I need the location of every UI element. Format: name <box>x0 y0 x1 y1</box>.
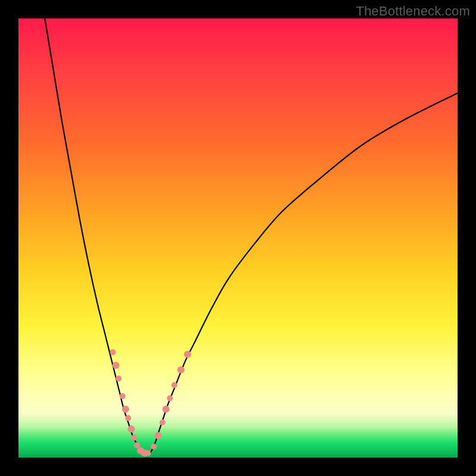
data-marker <box>145 450 151 456</box>
data-marker <box>155 432 162 439</box>
data-marker <box>162 406 170 413</box>
data-marker <box>120 393 126 399</box>
data-marker <box>115 375 121 381</box>
data-marker <box>167 395 173 401</box>
data-marker <box>128 425 135 433</box>
plot-area <box>18 18 458 458</box>
chart-frame: TheBottleneck.com <box>0 0 476 476</box>
curve-right-branch <box>150 93 458 453</box>
data-marker <box>184 351 191 358</box>
watermark-text: TheBottleneck.com <box>356 4 470 19</box>
data-marker <box>177 366 184 373</box>
data-marker <box>122 406 129 413</box>
data-marker <box>112 362 120 369</box>
curve-left-branch <box>45 18 141 453</box>
data-marker <box>151 444 156 450</box>
data-marker <box>131 435 137 441</box>
data-marker <box>171 382 177 388</box>
data-marker <box>126 415 131 421</box>
bottleneck-curve-svg <box>18 18 458 458</box>
data-marker <box>110 349 116 355</box>
data-marker <box>159 419 165 425</box>
